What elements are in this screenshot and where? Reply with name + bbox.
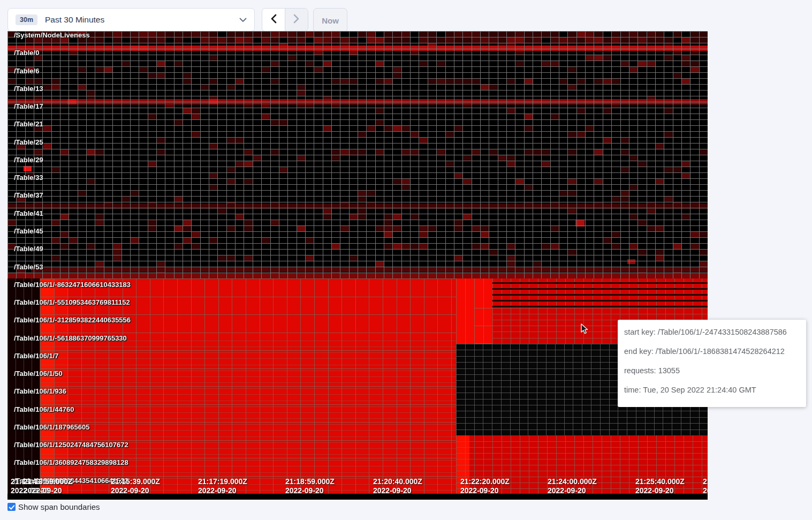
chevron-right-icon: [293, 14, 300, 26]
row-label: /Table/106/1/-8632471606610433183: [14, 281, 131, 289]
row-label: /Table/13: [14, 85, 43, 93]
x-axis-tick: 21:25:40.000Z2022-09-20: [635, 477, 685, 495]
show-span-boundaries-label: Show span boundaries: [18, 502, 100, 511]
x-axis-tick: 21:17:19.000Z2022-09-20: [198, 477, 247, 495]
row-label: /Table/106/1/44760: [14, 406, 74, 413]
row-label: /Table/29: [14, 156, 43, 164]
row-label: /Table/33: [14, 174, 43, 182]
row-label: /Table/41: [14, 210, 43, 217]
x-axis-tick: 21:27:20.000Z2022-09-20: [703, 477, 708, 495]
row-label: /Table/45: [14, 228, 43, 235]
time-back-button[interactable]: [262, 9, 285, 31]
tooltip-requests: requests: 13055: [624, 366, 800, 375]
chevron-left-icon: [270, 14, 277, 26]
row-label: /Table/25: [14, 139, 43, 146]
row-label: /Table/106/1/-3128593822440635556: [14, 316, 131, 324]
row-label: /Table/106/1/7: [14, 352, 59, 360]
now-button[interactable]: Now: [313, 8, 347, 33]
footer-controls: Show span boundaries: [7, 502, 100, 511]
time-range-select[interactable]: 30m Past 30 Minutes: [7, 8, 255, 32]
mouse-cursor-icon: [581, 323, 589, 337]
cell-tooltip: start key: /Table/106/1/-247433150824388…: [618, 320, 806, 407]
x-axis-tick: 21:20:40.000Z2022-09-20: [373, 477, 422, 495]
x-axis-tick: 21:15:39.000Z2022-09-20: [111, 477, 160, 495]
time-range-badge: 30m: [16, 14, 37, 25]
row-label: /System/NodeLiveness: [14, 32, 90, 39]
x-axis-tick: 21:24:00.000Z2022-09-20: [548, 477, 597, 495]
row-label: /Table/37: [14, 192, 43, 199]
keyspace-heatmap[interactable]: /System/NodeLiveness/Table/0/Table/6/Tab…: [7, 31, 708, 500]
row-label: /Table/106/1/-5510953463769811152: [14, 299, 130, 306]
key-visualizer-page: 30m Past 30 Minutes Now /System/NodeLive…: [0, 0, 812, 520]
chevron-down-icon: [239, 18, 247, 22]
row-label: /Table/106/1/-561886370999765330: [14, 335, 127, 342]
x-axis-tick: 21:13:59.000Z2022-09-20: [24, 477, 73, 495]
show-span-boundaries-checkbox[interactable]: [7, 503, 16, 511]
row-label: /Table/106/1/50: [14, 370, 63, 378]
tooltip-time: time: Tue, 20 Sep 2022 21:24:40 GMT: [624, 386, 800, 394]
keyspace-heatmap-canvas[interactable]: [7, 31, 708, 500]
row-label: /Table/106/1/187965605: [14, 424, 89, 431]
row-label: /Table/49: [14, 245, 43, 253]
row-label: /Table/106/1/3608924758329898128: [14, 459, 128, 466]
row-label: /Table/6: [14, 67, 39, 75]
tooltip-end-key: end key: /Table/106/1/-18683814745282642…: [624, 347, 800, 356]
time-forward-button[interactable]: [285, 9, 308, 31]
row-label: /Table/17: [14, 103, 43, 110]
x-axis-tick: 21:22:20.000Z2022-09-20: [460, 477, 510, 495]
time-range-label: Past 30 Minutes: [45, 15, 104, 25]
row-label: /Table/106/1/1250247484756107672: [14, 441, 128, 449]
tooltip-start-key: start key: /Table/106/1/-247433150824388…: [624, 328, 800, 336]
row-label: /Table/106/1/936: [14, 388, 66, 395]
time-nav-group: [262, 8, 308, 32]
row-label: /Table/53: [14, 263, 43, 271]
row-label: /Table/0: [14, 49, 39, 57]
x-axis-tick: 21:18:59.000Z2022-09-20: [285, 477, 335, 495]
row-label: /Table/21: [14, 120, 43, 128]
